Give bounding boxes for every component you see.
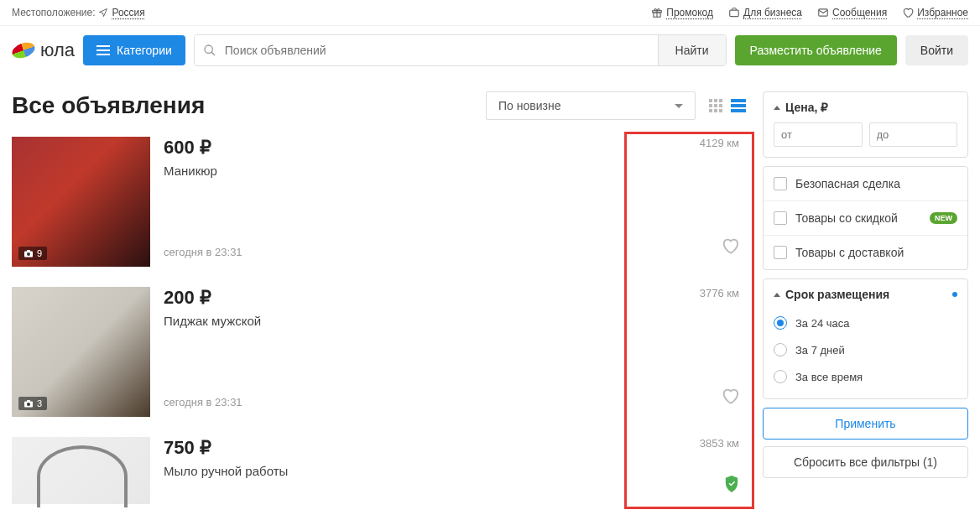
svg-rect-3 <box>730 10 739 17</box>
filter-price-label: Цена, ₽ <box>785 101 828 114</box>
period-option-label: За 7 дней <box>795 344 845 356</box>
listing-time: сегодня в 23:31 <box>164 246 242 258</box>
filter-period-header[interactable]: Срок размещения <box>764 279 967 310</box>
heart-icon <box>721 237 739 255</box>
checkbox-icon <box>774 246 787 259</box>
heart-icon <box>721 387 739 405</box>
svg-point-11 <box>27 252 30 256</box>
svg-rect-15 <box>27 400 30 402</box>
logo-text: юла <box>40 39 75 61</box>
filter-delivery[interactable]: Товары с доставкой <box>764 235 967 269</box>
messages-label: Сообщения <box>832 7 887 18</box>
listing-title: Маникюр <box>164 164 746 178</box>
image-count-badge: 3 <box>18 397 47 410</box>
listing-row[interactable]: 750 ₽ Мыло ручной работы 3853 км <box>12 437 746 515</box>
filter-period-label: Срок размещения <box>785 288 889 301</box>
promo-label: Промокод <box>666 7 713 18</box>
svg-rect-7 <box>96 54 110 55</box>
camera-icon <box>23 249 34 258</box>
search-input[interactable] <box>195 35 658 65</box>
grid-icon <box>709 99 722 112</box>
listing-title: Пиджак мужской <box>164 314 746 328</box>
active-indicator-icon <box>952 292 957 297</box>
business-link[interactable]: Для бизнеса <box>728 7 802 18</box>
radio-icon <box>774 316 787 330</box>
listing-distance: 3776 км <box>700 287 739 299</box>
listing-distance: 4129 км <box>700 137 739 149</box>
login-button[interactable]: Войти <box>905 35 968 65</box>
listing-row[interactable]: 9 600 ₽ Маникюр сегодня в 23:31 4129 км <box>12 137 746 287</box>
camera-icon <box>23 399 34 408</box>
business-label: Для бизнеса <box>743 7 802 18</box>
favorites-label: Избранное <box>917 7 968 18</box>
search-button[interactable]: Найти <box>658 35 726 65</box>
logo[interactable]: юла <box>12 39 75 62</box>
verified-badge <box>724 476 739 496</box>
categories-button[interactable]: Категории <box>83 35 185 65</box>
filter-safe-deal[interactable]: Безопасная сделка <box>764 167 967 200</box>
svg-rect-12 <box>27 250 30 252</box>
filter-safe-deal-label: Безопасная сделка <box>795 177 900 190</box>
chevron-down-icon <box>675 104 683 108</box>
listing-row[interactable]: 3 200 ₽ Пиджак мужской сегодня в 23:31 3… <box>12 287 746 437</box>
checkbox-icon <box>774 211 787 225</box>
period-option-7d[interactable]: За 7 дней <box>764 336 967 363</box>
chevron-up-icon <box>774 106 780 110</box>
listing-image[interactable] <box>12 437 150 504</box>
period-option-all[interactable]: За все время <box>764 363 967 390</box>
location-arrow-icon <box>98 8 108 18</box>
categories-label: Категории <box>117 44 172 57</box>
briefcase-icon <box>728 7 740 18</box>
location-label: Местоположение: <box>12 7 95 18</box>
checkbox-icon <box>774 177 787 190</box>
favorite-button[interactable] <box>721 237 739 258</box>
new-badge: NEW <box>930 212 957 224</box>
logo-icon <box>10 39 37 60</box>
favorite-button[interactable] <box>721 387 739 408</box>
listing-price: 600 ₽ <box>164 137 746 159</box>
filter-delivery-label: Товары с доставкой <box>795 246 904 259</box>
apply-filters-button[interactable]: Применить <box>763 408 968 440</box>
messages-link[interactable]: Сообщения <box>817 7 887 18</box>
listing-title: Мыло ручной работы <box>164 464 746 478</box>
svg-rect-6 <box>96 49 110 51</box>
post-ad-button[interactable]: Разместить объявление <box>735 35 897 65</box>
svg-point-8 <box>205 45 212 53</box>
shield-icon <box>724 476 739 492</box>
radio-icon <box>774 343 787 356</box>
period-option-label: За все время <box>795 371 863 383</box>
page-title: Все объявления <box>12 92 486 119</box>
filter-discount-label: Товары со скидкой <box>795 211 898 225</box>
envelope-icon <box>817 7 829 18</box>
view-list-button[interactable] <box>731 99 746 112</box>
view-grid-button[interactable] <box>709 99 722 112</box>
listing-image[interactable]: 9 <box>12 137 150 267</box>
filter-discount[interactable]: Товары со скидкой NEW <box>764 200 967 235</box>
listing-image[interactable]: 3 <box>12 287 150 417</box>
price-from-input[interactable] <box>774 122 863 147</box>
period-option-label: За 24 часа <box>795 317 850 330</box>
sort-dropdown[interactable]: По новизне <box>486 91 696 120</box>
radio-icon <box>774 370 787 383</box>
reset-filters-button[interactable]: Сбросить все фильтры (1) <box>763 446 968 478</box>
image-count-badge: 9 <box>18 247 47 260</box>
heart-icon <box>902 7 914 18</box>
favorites-link[interactable]: Избранное <box>902 7 968 18</box>
list-icon <box>731 99 746 112</box>
listing-price: 750 ₽ <box>164 437 746 459</box>
period-option-24h[interactable]: За 24 часа <box>764 310 967 336</box>
location-link[interactable]: Россия <box>112 7 144 18</box>
search-icon <box>203 44 216 57</box>
listing-distance: 3853 км <box>700 437 739 450</box>
svg-line-9 <box>211 52 215 55</box>
gift-icon <box>651 7 663 18</box>
listing-price: 200 ₽ <box>164 287 746 309</box>
filter-price-header[interactable]: Цена, ₽ <box>764 92 967 122</box>
svg-rect-5 <box>96 45 110 47</box>
hamburger-icon <box>96 45 110 55</box>
chevron-up-icon <box>774 293 780 297</box>
sort-value: По новизне <box>498 99 560 112</box>
svg-point-14 <box>27 403 30 406</box>
price-to-input[interactable] <box>869 122 958 147</box>
promo-link[interactable]: Промокод <box>651 7 713 18</box>
